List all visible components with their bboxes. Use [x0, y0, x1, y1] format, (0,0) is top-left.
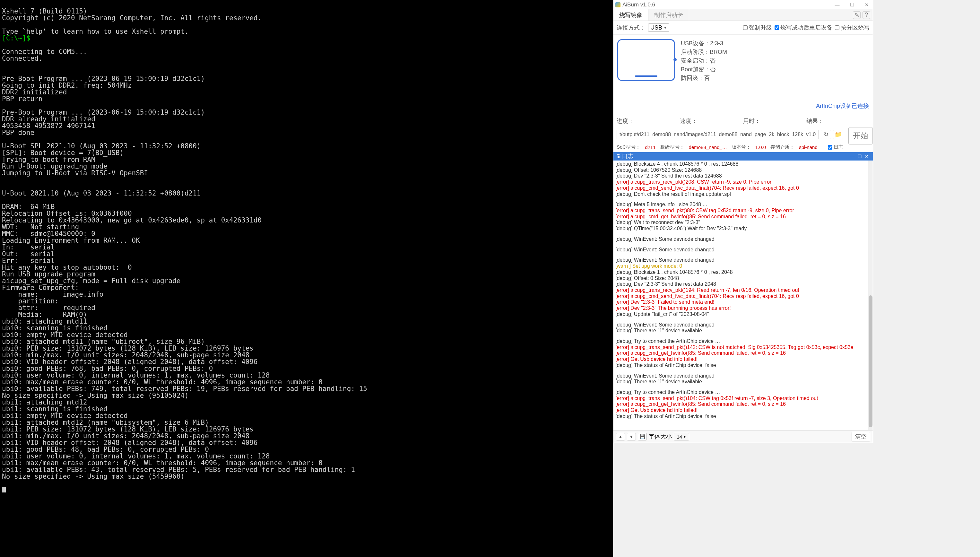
reload-button[interactable]: ↻	[821, 130, 831, 139]
log-body[interactable]: [debug] Blocksize 4 , chunk 1048576 * 0 …	[614, 161, 873, 430]
scroll-down-button[interactable]: ▼	[627, 433, 636, 440]
log-line: [debug] Update "fail_cnt" of "2023-08-04…	[615, 311, 871, 318]
log-line: [debug] WinEvent: Some devnode changed	[615, 236, 871, 243]
storage-value: spi-nand	[799, 145, 817, 150]
chevron-down-icon: ▼	[683, 435, 686, 438]
log-line: [debug] Meta 5 image.info , size 2048 …	[615, 202, 871, 208]
connection-select[interactable]: USB ▼	[648, 23, 669, 32]
device-info: USB设备：2:3-3 启动阶段：BROM 安全启动：否 Boot加密：否 防回…	[681, 39, 869, 111]
log-close-button[interactable]: ✕	[863, 154, 870, 159]
log-line: [debug] Offset: 0 Size: 2048	[615, 275, 871, 282]
log-line	[615, 368, 871, 373]
log-checkbox-label: 日志	[833, 144, 843, 150]
log-line: [error] Dev "2:3-3" The burnning process…	[615, 305, 871, 311]
start-button[interactable]: 开始	[848, 127, 873, 145]
log-line: [error] aicupg_trans_recv_pkt()194: Read…	[615, 287, 871, 293]
log-line: [error] aicupg_cmd_get_hwinfo()85: Send …	[615, 401, 871, 407]
soc-value: d211	[645, 145, 656, 150]
close-button[interactable]: ✕	[863, 2, 871, 8]
image-path-row: ↻ 📁	[614, 127, 847, 142]
burn-by-partition-label: 按分区烧写	[841, 24, 869, 31]
reboot-after-label: 烧写成功后重启设备	[780, 24, 832, 31]
scroll-up-button[interactable]: ▲	[616, 433, 625, 440]
terminal-line: Copyright (c) 2020 NetSarang Computer, I…	[2, 14, 262, 22]
rollback-value: 否	[704, 75, 710, 81]
boot-encrypt-label: Boot加密：	[681, 66, 710, 73]
force-upgrade-checkbox[interactable]: 强制升级	[743, 24, 772, 31]
boot-encrypt-value: 否	[710, 66, 716, 73]
log-line	[615, 243, 871, 247]
save-log-button[interactable]: 💾	[638, 433, 647, 440]
chevron-down-icon: ▼	[664, 26, 667, 29]
version-label: 版本号：	[731, 144, 751, 150]
force-upgrade-label: 强制升级	[749, 24, 772, 31]
window-title: AiBurn v1.0.6	[622, 2, 833, 8]
log-line: [debug] Dev "2:3-3" Send the rest data 1…	[615, 173, 871, 179]
boot-stage-label: 启动阶段：	[681, 49, 710, 55]
connection-label: 连接方式：	[617, 24, 646, 31]
log-line: [debug] Try to connect the ArtInChip dev…	[615, 389, 871, 396]
log-line: [debug] WinEvent: Some devnode changed	[615, 247, 871, 253]
log-maximize-button[interactable]: ☐	[856, 154, 863, 159]
soc-label: SoC型号：	[617, 144, 640, 150]
xshell-terminal[interactable]: Xshell 7 (Build 0115) Copyright (c) 2020…	[0, 0, 613, 557]
log-doc-icon: 🗎	[616, 153, 622, 160]
log-minimize-button[interactable]: —	[849, 154, 856, 159]
log-line: [debug] Offset: 1067520 Size: 124688	[615, 167, 871, 173]
font-size-label: 字体大小	[649, 433, 672, 440]
terminal-prompt: [C:\~]$	[2, 34, 31, 42]
elapsed-label: 用时：	[743, 117, 806, 125]
app-logo-icon	[615, 2, 620, 7]
board-value: demo88_nand_…	[689, 145, 727, 150]
log-line	[615, 252, 871, 257]
font-size-select[interactable]: 14 ▼	[674, 433, 689, 440]
log-line: [error] Dev "2:3-3" Failed to send meta …	[615, 299, 871, 305]
reboot-after-checkbox[interactable]: 烧写成功后重启设备	[775, 24, 832, 31]
storage-label: 存储介质：	[770, 144, 794, 150]
device-connected-link[interactable]: ArtInChip设备已连接	[681, 102, 869, 111]
log-panel-titlebar: 🗎 日志 — ☐ ✕	[614, 152, 873, 161]
log-line: [error] aicupg_trans_recv_pkt()208: CSW …	[615, 179, 871, 185]
image-path-input[interactable]	[617, 130, 819, 139]
rollback-label: 防回滚：	[681, 75, 704, 81]
edit-icon[interactable]: ✎	[853, 11, 861, 19]
log-line: [debug] Blocksize 4 , chunk 1048576 * 0 …	[615, 161, 871, 167]
log-line: [error] aicupg_trans_send_pkt()142: CSW …	[615, 344, 871, 350]
browse-button[interactable]: 📁	[833, 130, 843, 139]
titlebar: AiBurn v1.0.6 — ☐ ✕	[614, 0, 873, 9]
aiburn-window: AiBurn v1.0.6 — ☐ ✕ 烧写镜像 制作启动卡 ✎ ? 连接方式：…	[613, 0, 873, 443]
clear-log-button[interactable]: 清空	[851, 432, 870, 441]
progress-label: 进度：	[617, 117, 680, 125]
minimize-button[interactable]: —	[833, 2, 841, 8]
font-size-value: 14	[677, 434, 682, 440]
terminal-cursor	[2, 487, 6, 492]
scrollbar-thumb[interactable]	[869, 295, 873, 427]
log-checkbox[interactable]: 日志	[828, 144, 843, 150]
log-line: [debug] Dev "2:3-3" Send the rest data 2…	[615, 281, 871, 287]
log-footer: ▲ ▼ 💾 字体大小 14 ▼ 清空	[614, 430, 873, 443]
speed-label: 速度：	[680, 117, 743, 125]
log-line: [debug] There are "1" device available	[615, 328, 871, 334]
log-line	[615, 334, 871, 339]
log-line	[615, 385, 871, 389]
log-scrollbar[interactable]	[868, 161, 873, 430]
board-label: 板级型号：	[660, 144, 684, 150]
log-line: [error] Get Usb device hd info failed!	[615, 357, 871, 362]
log-line: [error] aicupg_cmd_get_hwinfo()85: Send …	[615, 350, 871, 357]
log-line: [debug] WinEvent: Some devnode changed	[615, 373, 871, 379]
log-line: [debug] Don't check the result of image.…	[615, 191, 871, 197]
burn-by-partition-checkbox[interactable]: 按分区烧写	[835, 24, 869, 31]
tab-make-bootcard[interactable]: 制作启动卡	[648, 9, 689, 21]
status-row: 进度： 速度： 用时： 结果：	[614, 115, 873, 127]
log-panel-title: 日志	[622, 153, 849, 160]
tab-burn-image[interactable]: 烧写镜像	[614, 9, 648, 21]
log-line: [warn ] Set upg work mode: 0	[615, 263, 871, 269]
log-line: [error] aicupg_cmd_send_fwc_data_final()…	[615, 185, 871, 191]
maximize-button[interactable]: ☐	[848, 2, 856, 8]
log-line: [error] aicupg_trans_send_pkt()80: CBW t…	[615, 208, 871, 214]
version-value: 1.0.0	[755, 145, 766, 150]
log-line	[615, 197, 871, 202]
help-icon[interactable]: ?	[863, 11, 870, 19]
log-line: [error] aicupg_cmd_send_fwc_data_final()…	[615, 293, 871, 300]
connection-value: USB	[650, 24, 662, 31]
